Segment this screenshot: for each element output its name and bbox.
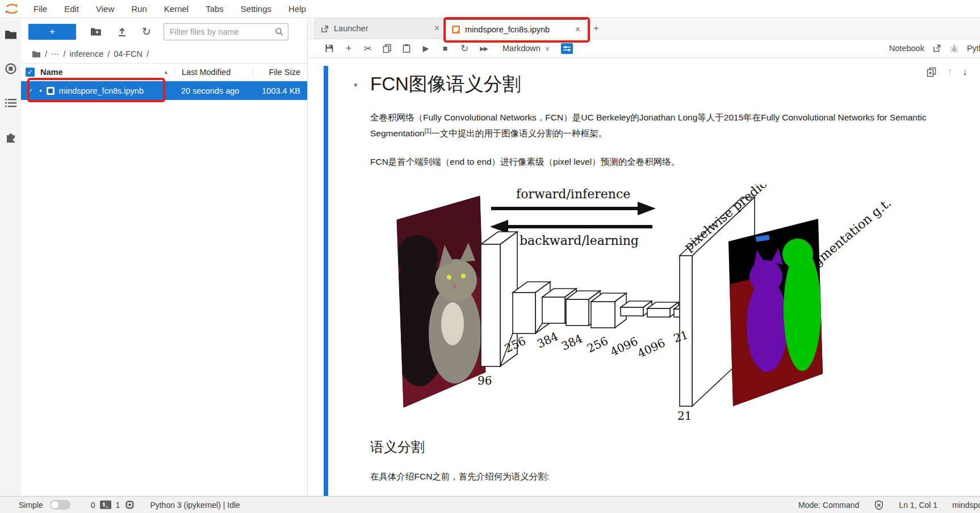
breadcrumb-item-inference[interactable]: inference: [70, 49, 104, 59]
menubar: File Edit View Run Kernel Tabs Settings …: [0, 0, 980, 18]
home-folder-icon[interactable]: [32, 51, 41, 58]
file-size-cell: 1003.4 KB: [253, 86, 307, 95]
shield-x-icon[interactable]: [874, 500, 884, 510]
menu-file[interactable]: File: [25, 0, 56, 18]
fcn-architecture-figure: forward/inference backward/learning: [396, 185, 907, 423]
terminals-count: 0: [91, 501, 95, 510]
external-link-icon[interactable]: [932, 44, 941, 53]
heading-collapser-icon[interactable]: ▾: [354, 81, 358, 89]
column-header-modified[interactable]: Last Modified: [174, 68, 253, 77]
upload-icon[interactable]: [116, 26, 128, 38]
footnote-ref: [1]: [425, 127, 432, 134]
tab-bar: Launcher × mindspore_fcn8s.ipynb × +: [308, 19, 980, 39]
table-of-contents-icon[interactable]: [0, 96, 21, 110]
notebook-label: Notebook: [889, 44, 924, 53]
tab-launcher-label: Launcher: [334, 24, 368, 33]
breadcrumb-sep: /: [146, 49, 149, 59]
channel-labels: 96 256 384 384 256 4096 4096 21 21: [478, 328, 692, 423]
save-icon[interactable]: [320, 41, 339, 56]
column-header-size[interactable]: File Size: [253, 68, 307, 77]
menu-help[interactable]: Help: [280, 0, 315, 18]
restart-run-all-icon[interactable]: ▶▶: [474, 41, 493, 56]
terminal-icon[interactable]: $_: [100, 501, 111, 509]
breadcrumb-ellipsis[interactable]: ⋯: [51, 49, 60, 59]
svg-text:96: 96: [478, 374, 492, 387]
copy-cells-icon[interactable]: [378, 41, 397, 56]
refresh-icon[interactable]: ↻: [142, 26, 151, 38]
kernels-count: 1: [116, 501, 120, 510]
breadcrumb-sep: /: [107, 49, 110, 59]
row-checkbox[interactable]: ✓: [26, 87, 35, 95]
kernel-status[interactable]: Python 3 (ipykernel) | Idle: [150, 501, 240, 510]
notebook-tools-icon[interactable]: [558, 41, 577, 56]
select-all-checkbox[interactable]: ✓: [26, 68, 35, 77]
cut-cells-icon[interactable]: ✂: [358, 41, 378, 56]
file-browser-icon[interactable]: [0, 28, 21, 41]
segmentation-image: [728, 219, 823, 406]
svg-text:forward/inference: forward/inference: [516, 187, 630, 201]
debugger-bug-icon[interactable]: [949, 44, 959, 53]
jupyter-logo: [5, 2, 19, 16]
activity-bar: [0, 19, 21, 496]
new-launcher-button[interactable]: +: [28, 24, 76, 40]
insert-cell-icon[interactable]: +: [339, 41, 358, 56]
paragraph-fcn-intro: 全卷积网络（Fully Convolutional Networks，FCN）是…: [370, 110, 970, 141]
statusbar-filename-truncated: mindspo: [952, 501, 980, 510]
column-header-name[interactable]: Name ▲: [35, 68, 174, 77]
stop-kernel-icon[interactable]: ■: [435, 41, 455, 56]
menu-view[interactable]: View: [87, 0, 123, 18]
menu-kernel[interactable]: Kernel: [156, 0, 197, 18]
new-folder-icon[interactable]: [90, 26, 102, 38]
simple-mode-label: Simple: [19, 501, 43, 510]
paragraph-text: 一文中提出的用于图像语义分割的一种框架。: [431, 128, 607, 138]
markdown-cell[interactable]: FCN图像语义分割 全卷积网络（Fully Convolutional Netw…: [370, 58, 972, 496]
close-tab-icon[interactable]: ×: [434, 23, 439, 34]
svg-text:4096: 4096: [635, 336, 667, 360]
statusbar-right: Mode: Command Ln 1, Col 1 mindspo: [798, 500, 980, 510]
run-cell-icon[interactable]: ▶: [416, 41, 435, 56]
active-cell-indicator[interactable]: [324, 66, 328, 496]
cell-type-value: Markdown: [502, 44, 541, 53]
filter-files-input[interactable]: [164, 23, 288, 40]
file-filter: [164, 23, 288, 40]
restart-kernel-icon[interactable]: ↻: [455, 41, 474, 56]
breadcrumb-item-04-fcn[interactable]: 04-FCN: [114, 49, 143, 59]
cell-type-dropdown[interactable]: Markdown ∨: [499, 44, 553, 53]
command-mode-indicator[interactable]: Mode: Command: [798, 501, 859, 510]
running-sessions-icon[interactable]: [0, 62, 21, 76]
notebook-title: FCN图像语义分割: [370, 72, 972, 97]
file-list-header: ✓ Name ▲ Last Modified File Size: [21, 63, 307, 81]
main-dock-panel: Launcher × mindspore_fcn8s.ipynb × + + ✂…: [308, 19, 980, 496]
kernel-name-truncated[interactable]: Pytho: [967, 44, 980, 53]
paste-cells-icon[interactable]: [397, 41, 416, 56]
extensions-icon[interactable]: [0, 130, 21, 144]
tab-notebook-active[interactable]: mindspore_fcn8s.ipynb ×: [446, 18, 587, 39]
file-modified-cell: 20 seconds ago: [174, 86, 253, 95]
svg-text:21: 21: [677, 409, 692, 423]
tab-launcher[interactable]: Launcher ×: [315, 18, 446, 39]
svg-text:4096: 4096: [608, 334, 640, 358]
svg-text:256: 256: [585, 333, 610, 355]
notebook-tab-icon: [451, 25, 460, 34]
new-tab-button[interactable]: +: [587, 18, 606, 39]
file-row-selected[interactable]: ✓ ● mindspore_fcn8s.ipynb 20 seconds ago…: [21, 81, 307, 100]
toolbar-right: Notebook Pytho: [889, 44, 980, 53]
launcher-icon: [321, 24, 329, 33]
file-name-label: mindspore_fcn8s.ipynb: [59, 86, 144, 95]
input-photo: [396, 196, 489, 412]
paragraph-semantic-intro: 在具体介绍FCN之前，首先介绍何为语义分割:: [370, 469, 970, 485]
kernel-chip-icon[interactable]: [124, 499, 135, 510]
breadcrumb-sep: /: [64, 49, 66, 59]
file-browser-panel: + ↻ / ⋯ / inference / 04-FCN / ✓ Name ▲ …: [21, 19, 308, 496]
menu-tabs[interactable]: Tabs: [197, 0, 232, 18]
close-tab-icon[interactable]: ×: [575, 24, 580, 35]
svg-text:384: 384: [535, 329, 560, 351]
menu-edit[interactable]: Edit: [56, 0, 87, 18]
breadcrumb-sep: /: [45, 49, 47, 59]
menu-run[interactable]: Run: [123, 0, 156, 18]
simple-mode-toggle[interactable]: [50, 500, 70, 510]
statusbar-left: Simple 0 $_ 1 Python 3 (ipykernel) | Idl…: [0, 499, 240, 510]
status-bar: Simple 0 $_ 1 Python 3 (ipykernel) | Idl…: [0, 496, 980, 513]
cursor-position[interactable]: Ln 1, Col 1: [899, 501, 937, 510]
menu-settings[interactable]: Settings: [232, 0, 280, 18]
